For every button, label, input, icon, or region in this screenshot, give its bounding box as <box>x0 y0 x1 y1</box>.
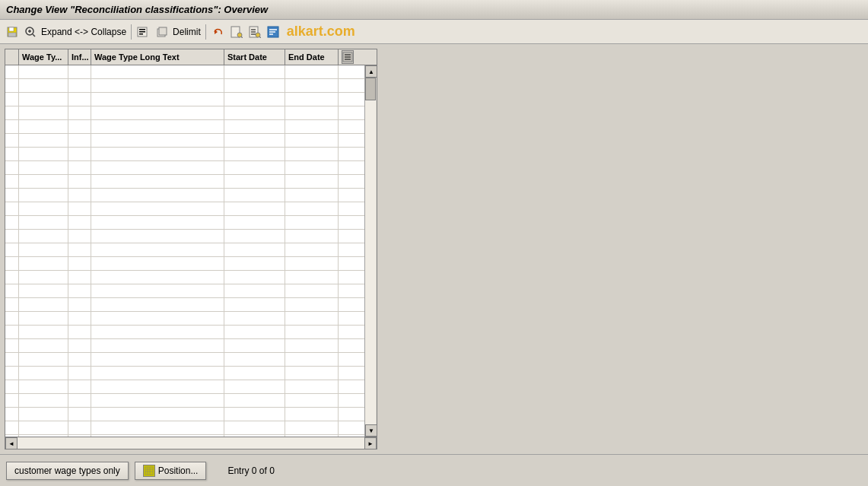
row-checkbox[interactable] <box>5 257 19 270</box>
row-longtext <box>91 339 224 352</box>
table-row[interactable] <box>5 339 364 353</box>
header-info: Inf... <box>68 49 91 65</box>
table-row[interactable] <box>5 120 364 134</box>
customer-wage-button[interactable]: customer wage types only <box>6 462 129 480</box>
row-checkbox[interactable] <box>5 243 19 256</box>
table-row[interactable] <box>5 230 364 243</box>
row-checkbox[interactable] <box>5 421 19 434</box>
row-checkbox[interactable] <box>5 408 19 421</box>
vertical-scrollbar[interactable]: ▲ ▼ <box>364 65 377 437</box>
find-icon[interactable] <box>229 24 244 40</box>
row-checkbox[interactable] <box>5 106 19 119</box>
table-row[interactable] <box>5 257 364 271</box>
scroll-down-button[interactable]: ▼ <box>365 424 377 437</box>
table-row[interactable] <box>5 394 364 408</box>
row-checkbox[interactable] <box>5 394 19 407</box>
row-info <box>68 148 91 160</box>
table-row[interactable] <box>5 243 364 257</box>
status-bar: customer wage types only Position... Ent… <box>0 454 868 486</box>
table-row[interactable] <box>5 161 364 175</box>
table-row[interactable] <box>5 189 364 202</box>
table-row[interactable] <box>5 202 364 216</box>
horizontal-scrollbar[interactable]: ◄ ► <box>5 437 377 449</box>
table-row[interactable] <box>5 284 364 298</box>
row-enddate <box>285 298 339 311</box>
save-icon[interactable] <box>5 24 20 40</box>
row-wagetype <box>19 271 68 284</box>
row-checkbox[interactable] <box>5 271 19 284</box>
row-longtext <box>91 148 224 160</box>
table-row[interactable] <box>5 79 364 93</box>
table-row[interactable] <box>5 353 364 367</box>
row-checkbox[interactable] <box>5 230 19 243</box>
table-row[interactable] <box>5 148 364 161</box>
row-checkbox[interactable] <box>5 284 19 297</box>
row-checkbox[interactable] <box>5 161 19 174</box>
table-row[interactable] <box>5 106 364 120</box>
row-checkbox[interactable] <box>5 175 19 188</box>
copy-icon[interactable] <box>154 24 170 40</box>
separator-1 <box>131 24 132 40</box>
table-row[interactable] <box>5 312 364 326</box>
row-checkbox[interactable] <box>5 120 19 133</box>
find-next-icon[interactable] <box>247 24 262 40</box>
delimit-label[interactable]: Delimit <box>173 27 201 37</box>
scroll-track-h[interactable] <box>17 437 364 449</box>
svg-rect-2 <box>8 33 16 37</box>
header-settings[interactable] <box>339 49 354 65</box>
row-checkbox[interactable] <box>5 202 19 215</box>
row-checkbox[interactable] <box>5 367 19 380</box>
table-row[interactable] <box>5 367 364 380</box>
row-checkbox[interactable] <box>5 326 19 338</box>
table-row[interactable] <box>5 216 364 230</box>
undo-icon[interactable] <box>211 24 226 40</box>
table-row[interactable] <box>5 134 364 148</box>
row-checkbox[interactable] <box>5 312 19 325</box>
scroll-left-button[interactable]: ◄ <box>5 437 17 449</box>
row-wagetype <box>19 257 68 270</box>
scroll-track[interactable] <box>365 78 376 424</box>
row-longtext <box>91 312 224 325</box>
scroll-up-button[interactable]: ▲ <box>365 65 377 78</box>
row-enddate <box>285 243 339 256</box>
expand-collapse-label[interactable]: Expand <-> Collapse <box>41 27 126 37</box>
new-entries-icon[interactable] <box>136 24 151 40</box>
column-settings-icon[interactable] <box>342 50 354 64</box>
row-checkbox[interactable] <box>5 65 19 78</box>
find-shortcut-icon[interactable] <box>23 24 38 40</box>
table-row[interactable] <box>5 93 364 106</box>
table-row[interactable] <box>5 298 364 312</box>
table-row[interactable] <box>5 435 364 437</box>
row-checkbox[interactable] <box>5 380 19 393</box>
row-checkbox[interactable] <box>5 79 19 92</box>
row-enddate <box>285 339 339 352</box>
position-button[interactable]: Position... <box>135 462 207 480</box>
sort-icon[interactable] <box>265 24 281 40</box>
table-row[interactable] <box>5 175 364 189</box>
table-row[interactable] <box>5 271 364 284</box>
table-row[interactable] <box>5 65 364 79</box>
table-row[interactable] <box>5 380 364 394</box>
header-startdate: Start Date <box>224 49 285 65</box>
row-checkbox[interactable] <box>5 189 19 202</box>
row-longtext <box>91 380 224 393</box>
row-checkbox[interactable] <box>5 93 19 106</box>
row-startdate <box>224 326 285 338</box>
row-checkbox[interactable] <box>5 148 19 160</box>
row-info <box>68 202 91 215</box>
scroll-right-button[interactable]: ► <box>364 437 377 449</box>
row-checkbox[interactable] <box>5 353 19 366</box>
row-wagetype <box>19 202 68 215</box>
row-checkbox[interactable] <box>5 216 19 229</box>
scroll-thumb[interactable] <box>365 78 376 100</box>
table-row[interactable] <box>5 421 364 435</box>
table-row[interactable] <box>5 408 364 421</box>
svg-rect-1 <box>9 27 14 31</box>
row-checkbox[interactable] <box>5 134 19 147</box>
row-checkbox[interactable] <box>5 339 19 352</box>
row-checkbox[interactable] <box>5 435 19 437</box>
row-checkbox[interactable] <box>5 298 19 311</box>
row-startdate <box>224 408 285 421</box>
row-enddate <box>285 271 339 284</box>
table-row[interactable] <box>5 326 364 339</box>
